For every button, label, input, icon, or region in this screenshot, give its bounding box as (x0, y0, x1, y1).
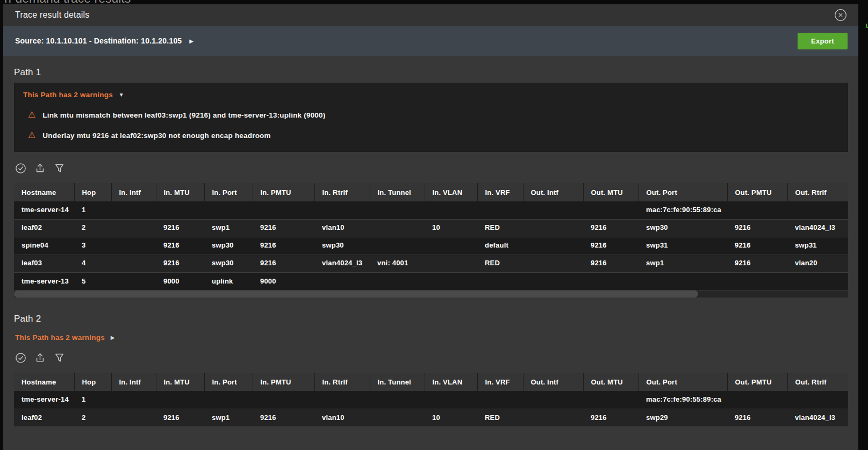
table-row[interactable]: tme-server-141mac:7c:fe:90:55:89:ca (14, 201, 848, 219)
horizontal-scrollbar[interactable] (14, 291, 848, 297)
column-header[interactable]: In. RtrIf (314, 373, 370, 391)
table-row[interactable]: spine0439216swp309216swp30default9216swp… (14, 237, 848, 255)
table-cell: tme-server-14 (14, 391, 74, 409)
table-cell: RED (477, 409, 523, 426)
column-header[interactable]: Hop (74, 183, 111, 201)
table-cell: leaf03 (14, 255, 74, 272)
table-cell: uplink (204, 272, 253, 290)
table-cell (523, 409, 583, 426)
table-cell: 10 (425, 219, 477, 237)
trace-table: HostnameHopIn. IntfIn. MTUIn. PortIn. PM… (14, 373, 848, 426)
table-cell (583, 201, 639, 219)
table-cell (314, 272, 370, 290)
column-header[interactable]: Out. PMTU (727, 373, 787, 391)
table-cell (111, 255, 156, 272)
table-row[interactable]: leaf0229216swp19216vlan1010RED9216swp299… (14, 409, 848, 426)
column-header[interactable]: In. Tunnel (370, 183, 425, 201)
table-cell: 9216 (583, 409, 639, 426)
column-header[interactable]: In. Port (204, 373, 253, 391)
table-row[interactable]: tme-server-1359000uplink9000 (14, 272, 848, 290)
table-cell: 2 (74, 409, 111, 426)
column-header[interactable]: Out. MTU (583, 183, 639, 201)
column-header[interactable]: In. MTU (156, 183, 204, 201)
column-header[interactable]: In. PMTU (253, 183, 314, 201)
column-header[interactable]: Out. PMTU (727, 183, 787, 201)
select-check-button[interactable] (14, 161, 27, 175)
column-header[interactable]: Out. Intf (523, 373, 583, 391)
scrollbar-thumb[interactable] (14, 291, 698, 297)
filter-icon (54, 163, 65, 174)
column-header[interactable]: Out. Intf (523, 183, 583, 201)
warning-text: Underlay mtu 9216 at leaf02:swp30 not en… (42, 132, 270, 140)
table-cell: 2 (74, 219, 111, 237)
column-header[interactable]: In. VRF (477, 373, 523, 391)
column-header[interactable]: In. Tunnel (370, 373, 425, 391)
table-cell (523, 219, 583, 237)
column-header[interactable]: Out. Port (639, 373, 727, 391)
table-cell (111, 219, 156, 237)
path-warnings-toggle[interactable]: This Path has 2 warnings ▶ (15, 333, 847, 342)
table-cell (370, 219, 425, 237)
table-cell (727, 201, 787, 219)
table-cell: 9216 (156, 219, 204, 237)
table-row[interactable]: leaf0349216swp309216vlan4024_l3vni: 4001… (14, 255, 848, 272)
table-cell (727, 391, 787, 409)
table-cell (425, 272, 477, 290)
table-cell: 9216 (156, 255, 204, 272)
column-header[interactable]: Out. Port (639, 183, 727, 201)
table-cell: 9216 (583, 255, 639, 272)
column-header[interactable]: Out. RtrIf (787, 373, 848, 391)
table-cell (523, 237, 583, 255)
table-cell: RED (477, 219, 523, 237)
table-cell: swp31 (787, 237, 848, 255)
table-cell (787, 201, 848, 219)
source-expand-caret-icon[interactable]: ▶ (189, 38, 193, 44)
table-cell: 9216 (727, 409, 787, 426)
table-cell: 9216 (156, 409, 204, 426)
select-check-button[interactable] (14, 351, 27, 365)
column-header[interactable]: In. RtrIf (314, 183, 370, 201)
upload-button[interactable] (33, 161, 46, 175)
table-cell (477, 391, 523, 409)
column-header[interactable]: Hostname (14, 373, 74, 391)
column-header[interactable]: In. VRF (477, 183, 523, 201)
column-header[interactable]: Hostname (14, 183, 74, 201)
column-header[interactable]: In. PMTU (253, 373, 314, 391)
table-cell (477, 272, 523, 290)
table-cell: 9216 (253, 237, 314, 255)
column-header[interactable]: In. VLAN (425, 373, 477, 391)
path-warnings-toggle[interactable]: This Path has 2 warnings ▼ (23, 91, 839, 99)
table-cell (425, 255, 477, 272)
background-green-fragment: u (865, 20, 868, 30)
column-header[interactable]: In. VLAN (425, 183, 477, 201)
table-cell: RED (477, 255, 523, 272)
table-row[interactable]: leaf0229216swp19216vlan1010RED9216swp309… (14, 219, 848, 237)
table-row[interactable]: tme-server-141mac:7c:fe:90:55:89:ca (14, 391, 848, 409)
upload-button[interactable] (33, 351, 46, 365)
column-header[interactable]: In. Port (204, 183, 253, 201)
column-header[interactable]: Out. RtrIf (787, 183, 848, 201)
filter-button[interactable] (53, 351, 66, 365)
filter-button[interactable] (53, 161, 66, 175)
table-cell: 9216 (727, 237, 787, 255)
column-header[interactable]: In. Intf (111, 183, 156, 201)
upload-icon (34, 162, 46, 175)
table-cell: 1 (74, 391, 111, 409)
column-header[interactable]: In. Intf (111, 373, 156, 391)
path-warnings-summary: This Path has 2 warnings (15, 333, 105, 342)
table-cell (314, 201, 370, 219)
table-cell: leaf02 (14, 219, 74, 237)
column-header[interactable]: In. MTU (156, 373, 204, 391)
table-cell (370, 201, 425, 219)
warning-item: ⚠Underlay mtu 9216 at leaf02:swp30 not e… (23, 131, 839, 140)
export-button[interactable]: Export (798, 33, 848, 49)
table-cell: swp1 (204, 219, 253, 237)
column-header[interactable]: Hop (74, 373, 111, 391)
table-cell: tme-server-14 (14, 201, 74, 219)
column-header[interactable]: Out. MTU (583, 373, 639, 391)
table-cell (314, 391, 370, 409)
close-button[interactable] (834, 8, 848, 22)
table-cell (111, 272, 156, 290)
table-cell: 10 (425, 409, 477, 426)
modal-header: Trace result details (3, 4, 858, 26)
